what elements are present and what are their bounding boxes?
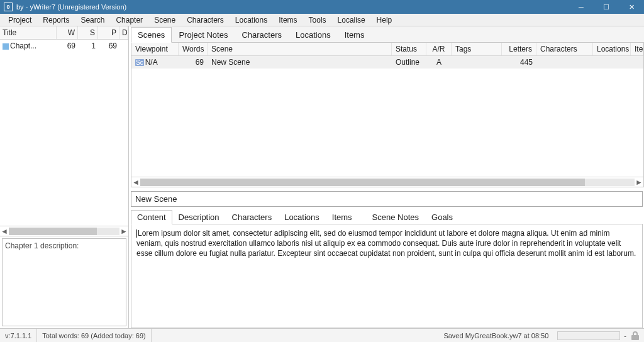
ctab-goals[interactable]: Goals: [425, 210, 459, 224]
minimize-button[interactable]: ─: [569, 0, 594, 14]
maximize-button[interactable]: ☐: [594, 0, 619, 14]
scroll-thumb[interactable]: [9, 228, 97, 235]
content-editor[interactable]: Lorem ipsum dolor sit amet, consectetur …: [131, 224, 643, 328]
top-tabs: Scenes Project Notes Characters Location…: [131, 26, 644, 43]
col-s[interactable]: S: [78, 26, 98, 39]
menu-tools[interactable]: Tools: [303, 14, 332, 26]
chapter-s: 1: [78, 40, 98, 52]
ctab-locations[interactable]: Locations: [278, 210, 326, 224]
menu-scene[interactable]: Scene: [148, 14, 181, 26]
chapter-list-header: Title W S P D: [0, 26, 128, 40]
menu-reports[interactable]: Reports: [37, 14, 75, 26]
chapter-hscroll[interactable]: ◄ ►: [0, 226, 128, 236]
scene-words: 69: [179, 56, 208, 69]
lock-icon: [631, 331, 639, 340]
menu-locations[interactable]: Locations: [230, 14, 273, 26]
main-panel: Scenes Project Notes Characters Location…: [131, 26, 644, 328]
scene-letters: 445: [502, 56, 536, 69]
close-button[interactable]: ✕: [619, 0, 644, 14]
col-words[interactable]: Words: [179, 43, 208, 55]
content-text: Lorem ipsum dolor sit amet, consectetur …: [136, 229, 636, 258]
scene-grid-header: Viewpoint Words Scene Status A/R Tags Le…: [131, 43, 643, 56]
tab-project-notes[interactable]: Project Notes: [172, 27, 235, 43]
ctab-content[interactable]: Content: [131, 210, 172, 224]
scroll-left-icon[interactable]: ◄: [131, 178, 140, 187]
scene-badge: Sc: [135, 59, 144, 66]
col-locs[interactable]: Locations: [593, 43, 631, 55]
scene-ar: A: [426, 56, 452, 69]
scroll-right-icon[interactable]: ►: [119, 227, 128, 236]
ctab-characters[interactable]: Characters: [226, 210, 279, 224]
scene-hscroll[interactable]: ◄ ►: [131, 177, 643, 187]
app-icon: 0: [4, 3, 13, 11]
scene-tags: [452, 56, 502, 69]
col-ar[interactable]: A/R: [426, 43, 452, 55]
text-cursor: [136, 229, 137, 238]
status-progress-box: [557, 331, 620, 340]
chapter-description[interactable]: Chapter 1 description:: [2, 238, 126, 326]
tab-items[interactable]: Items: [338, 27, 372, 43]
col-chars[interactable]: Characters: [536, 43, 593, 55]
col-viewpoint[interactable]: Viewpoint: [131, 43, 179, 55]
tab-scenes[interactable]: Scenes: [131, 27, 172, 43]
chapter-p: 69: [98, 40, 119, 52]
col-tags[interactable]: Tags: [452, 43, 502, 55]
ctab-description[interactable]: Description: [172, 210, 226, 224]
window-title: by - yWriter7 (Unregistered Version): [16, 3, 569, 11]
status-dash: -: [624, 332, 626, 339]
scene-grid-body[interactable]: [131, 69, 643, 177]
menu-project[interactable]: Project: [3, 14, 37, 26]
chapter-title: Chapt...: [10, 41, 36, 50]
scene-status: Outline: [392, 56, 426, 69]
scroll-thumb[interactable]: [140, 179, 585, 186]
scene-grid: Viewpoint Words Scene Status A/R Tags Le…: [131, 43, 644, 187]
scene-name: New Scene: [208, 56, 392, 69]
chapter-row[interactable]: Chapt... 69 1 69: [0, 40, 128, 52]
status-wordcount: Total words: 69 (Added today: 69): [37, 329, 151, 342]
menu-items[interactable]: Items: [273, 14, 303, 26]
ctab-scene-notes[interactable]: Scene Notes: [366, 210, 425, 224]
scene-locations: [593, 56, 631, 69]
scroll-right-icon[interactable]: ►: [635, 178, 643, 187]
col-letters[interactable]: Letters: [502, 43, 536, 55]
col-scene[interactable]: Scene: [208, 43, 392, 55]
chapter-badge-icon: [3, 43, 9, 50]
tab-locations[interactable]: Locations: [289, 27, 338, 43]
status-version: v:7.1.1.1: [0, 329, 37, 342]
col-d[interactable]: D: [119, 26, 128, 39]
scroll-left-icon[interactable]: ◄: [0, 227, 9, 236]
scene-row[interactable]: ScN/A 69 New Scene Outline A 445: [131, 56, 643, 69]
tab-characters[interactable]: Characters: [235, 27, 289, 43]
scene-viewpoint: N/A: [145, 58, 158, 67]
menu-chapter[interactable]: Chapter: [110, 14, 148, 26]
menu-help[interactable]: Help: [371, 14, 398, 26]
content-tabs: Content Description Characters Locations…: [131, 209, 643, 224]
scene-title-input[interactable]: New Scene: [131, 191, 643, 207]
status-saved: Saved MyGreatBook.yw7 at 08:50: [438, 329, 553, 342]
menu-characters[interactable]: Characters: [181, 14, 230, 26]
col-status[interactable]: Status: [392, 43, 426, 55]
menu-localise[interactable]: Localise: [332, 14, 371, 26]
chapter-panel: Title W S P D Chapt... 69 1 69 ◄ ► Chapt…: [0, 26, 129, 328]
scene-ite: [631, 56, 643, 69]
col-ite[interactable]: Ite: [631, 43, 643, 55]
col-p[interactable]: P: [98, 26, 119, 39]
menu-search[interactable]: Search: [75, 14, 110, 26]
titlebar: 0 by - yWriter7 (Unregistered Version) ─…: [0, 0, 644, 14]
ctab-items[interactable]: Items: [326, 210, 358, 224]
menubar: Project Reports Search Chapter Scene Cha…: [0, 14, 644, 26]
chapter-w: 69: [57, 40, 78, 52]
col-w[interactable]: W: [57, 26, 78, 39]
scene-characters: [536, 56, 593, 69]
statusbar: v:7.1.1.1 Total words: 69 (Added today: …: [0, 328, 644, 342]
col-title[interactable]: Title: [0, 26, 57, 39]
